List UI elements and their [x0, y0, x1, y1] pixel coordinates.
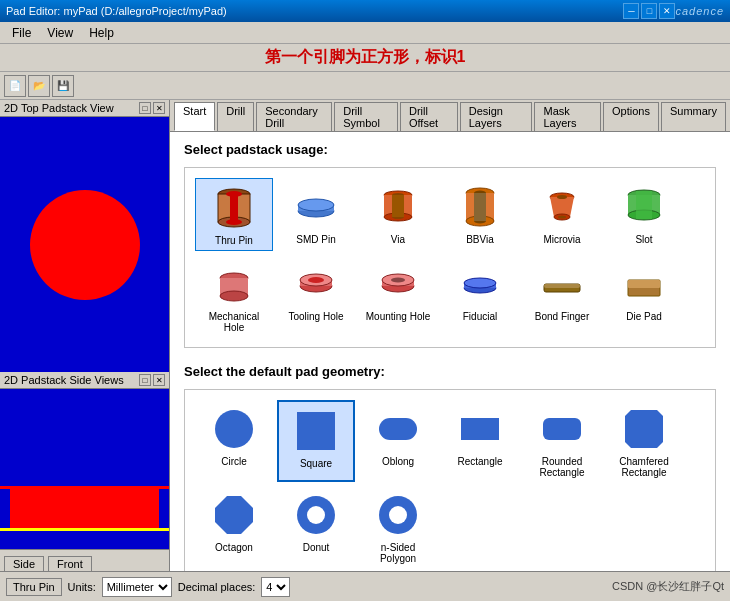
pad-item-smd-pin[interactable]: SMD Pin — [277, 178, 355, 251]
units-select[interactable]: Millimeter — [102, 577, 172, 597]
pin-type-button[interactable]: Thru Pin — [6, 578, 62, 596]
bbvia-icon — [455, 182, 505, 232]
minimize-button[interactable]: ─ — [623, 3, 639, 19]
units-label: Units: — [68, 581, 96, 593]
tab-front[interactable]: Front — [48, 556, 92, 571]
svg-point-35 — [308, 277, 324, 283]
svg-point-23 — [557, 195, 567, 199]
tab-side[interactable]: Side — [4, 556, 44, 571]
geometry-section-title: Select the default pad geometry: — [184, 364, 716, 379]
menu-bar: File View Help — [0, 22, 730, 44]
decimal-select[interactable]: 4 — [261, 577, 290, 597]
geo-label-n-sided-polygon: n-Sided Polygon — [363, 542, 433, 564]
top-view-header: 2D Top Padstack View □ ✕ — [0, 100, 169, 117]
geo-item-rounded-rectangle[interactable]: Rounded Rectangle — [523, 400, 601, 482]
left-panel: 2D Top Padstack View □ ✕ 2D Padstack Sid… — [0, 100, 170, 571]
window-title: Pad Editor: myPad (D:/allegroProject/myP… — [6, 5, 623, 17]
tab-summary[interactable]: Summary — [661, 102, 726, 131]
rectangle-icon — [455, 404, 505, 454]
pad-label-smd-pin: SMD Pin — [296, 234, 335, 245]
tooling-hole-icon — [291, 259, 341, 309]
n-sided-polygon-icon — [373, 490, 423, 540]
close-button[interactable]: ✕ — [659, 3, 675, 19]
geo-item-n-sided-polygon[interactable]: n-Sided Polygon — [359, 486, 437, 568]
rounded-rectangle-icon — [537, 404, 587, 454]
tab-drill-offset[interactable]: Drill Offset — [400, 102, 458, 131]
tab-start[interactable]: Start — [174, 102, 215, 131]
pad-label-via: Via — [391, 234, 405, 245]
pad-item-microvia[interactable]: Microvia — [523, 178, 601, 251]
svg-point-57 — [389, 506, 407, 524]
geo-item-chamfered-rectangle[interactable]: Chamfered Rectangle — [605, 400, 683, 482]
pad-item-fiducial[interactable]: Fiducial — [441, 255, 519, 337]
tab-options[interactable]: Options — [603, 102, 659, 131]
padstack-section-title: Select padstack usage: — [184, 142, 716, 157]
geo-item-donut[interactable]: Donut — [277, 486, 355, 568]
side-view-panel — [0, 389, 169, 549]
pad-label-thru-pin: Thru Pin — [215, 235, 253, 246]
mounting-hole-icon — [373, 259, 423, 309]
slot-icon — [619, 182, 669, 232]
geo-label-circle: Circle — [221, 456, 247, 467]
menu-file[interactable]: File — [4, 24, 39, 42]
side-view-canvas — [0, 389, 169, 549]
svg-rect-51 — [543, 418, 581, 440]
svg-rect-48 — [297, 412, 335, 450]
tab-drill-symbol[interactable]: Drill Symbol — [334, 102, 398, 131]
pad-label-slot: Slot — [635, 234, 652, 245]
maximize-button[interactable]: □ — [641, 3, 657, 19]
close-panel-icon[interactable]: ✕ — [153, 102, 165, 114]
geo-item-oblong[interactable]: Oblong — [359, 400, 437, 482]
side-view-rect — [10, 489, 159, 529]
fiducial-icon — [455, 259, 505, 309]
menu-view[interactable]: View — [39, 24, 81, 42]
announce-text: 第一个引脚为正方形，标识1 — [265, 47, 466, 68]
geo-label-donut: Donut — [303, 542, 330, 553]
open-button[interactable]: 📂 — [28, 75, 50, 97]
close-side-icon[interactable]: ✕ — [153, 374, 165, 386]
geo-label-rounded-rectangle: Rounded Rectangle — [527, 456, 597, 478]
geo-item-square[interactable]: Square — [277, 400, 355, 482]
watermark: CSDN @长沙红胖子Qt — [612, 579, 724, 594]
pad-item-tooling-hole[interactable]: Tooling Hole — [277, 255, 355, 337]
pad-item-via[interactable]: Via — [359, 178, 437, 251]
status-bar: Thru Pin Units: Millimeter Decimal place… — [0, 571, 730, 601]
pad-item-bond-finger[interactable]: Bond Finger — [523, 255, 601, 337]
float-icon[interactable]: □ — [139, 102, 151, 114]
side-front-tabs: Side Front — [0, 549, 169, 571]
geo-item-octagon[interactable]: Octagon — [195, 486, 273, 568]
side-view-title: 2D Padstack Side Views — [4, 374, 124, 386]
svg-point-55 — [307, 506, 325, 524]
tab-drill[interactable]: Drill — [217, 102, 254, 131]
new-button[interactable]: 📄 — [4, 75, 26, 97]
menu-help[interactable]: Help — [81, 24, 122, 42]
pad-item-bbvia[interactable]: BBVia — [441, 178, 519, 251]
geo-item-rectangle[interactable]: Rectangle — [441, 400, 519, 482]
float-side-icon[interactable]: □ — [139, 374, 151, 386]
bond-finger-icon — [537, 259, 587, 309]
padstack-grid: Thru Pin SMD Pin — [184, 167, 716, 348]
tab-secondary-drill[interactable]: Secondary Drill — [256, 102, 332, 131]
svg-rect-28 — [636, 191, 652, 219]
save-button[interactable]: 💾 — [52, 75, 74, 97]
pad-item-die-pad[interactable]: Die Pad — [605, 255, 683, 337]
tab-design-layers[interactable]: Design Layers — [460, 102, 533, 131]
svg-rect-20 — [474, 193, 486, 221]
pad-label-mechanical-hole: Mechanical Hole — [199, 311, 269, 333]
geo-label-rectangle: Rectangle — [457, 456, 502, 467]
pad-label-bbvia: BBVia — [466, 234, 494, 245]
svg-point-8 — [298, 199, 334, 211]
octagon-icon — [209, 490, 259, 540]
square-icon — [291, 406, 341, 456]
pad-label-mounting-hole: Mounting Hole — [366, 311, 430, 322]
svg-rect-50 — [461, 418, 499, 440]
geo-item-circle[interactable]: Circle — [195, 400, 273, 482]
pad-item-mechanical-hole[interactable]: Mechanical Hole — [195, 255, 273, 337]
tab-mask-layers[interactable]: Mask Layers — [534, 102, 601, 131]
top-view-canvas — [0, 117, 169, 372]
geo-label-square: Square — [300, 458, 332, 469]
toolbar: 📄 📂 💾 — [0, 72, 730, 100]
pad-item-slot[interactable]: Slot — [605, 178, 683, 251]
pad-item-thru-pin[interactable]: Thru Pin — [195, 178, 273, 251]
pad-item-mounting-hole[interactable]: Mounting Hole — [359, 255, 437, 337]
